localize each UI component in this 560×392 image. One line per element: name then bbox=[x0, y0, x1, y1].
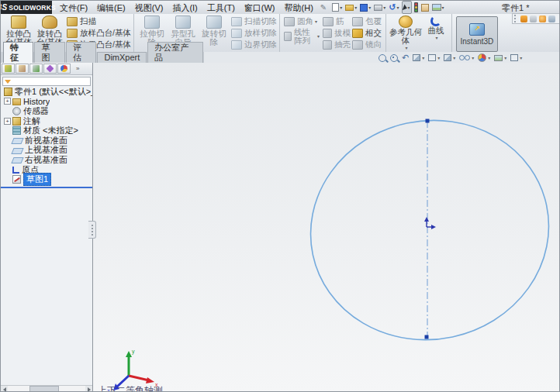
display-manager-icon bbox=[60, 65, 67, 72]
image-options-button[interactable]: ▾ bbox=[431, 2, 445, 13]
zoom-fit-icon bbox=[379, 54, 386, 62]
file-properties-button[interactable] bbox=[420, 2, 430, 13]
tree-filter-input[interactable] bbox=[11, 77, 88, 85]
curves-icon bbox=[430, 15, 441, 26]
hole-wizard-icon bbox=[175, 15, 191, 29]
curves-button[interactable]: 曲线 ▾ bbox=[423, 15, 449, 40]
apply-scene-button[interactable]: ▾ bbox=[494, 55, 506, 61]
instant3d-toggle[interactable]: ↗ Instant3D bbox=[456, 16, 498, 52]
decal-icon[interactable] bbox=[539, 15, 546, 22]
undo-button[interactable]: ↺▾ bbox=[388, 2, 399, 13]
edit-appearance-button[interactable]: ▾ bbox=[478, 53, 490, 62]
section-view-icon bbox=[413, 54, 420, 61]
tab-row: 特征 草图 评估 DimXpert 办公室产品 ↶ ▾ ▾ ▾ ▾ ▾ ▾ ▾ bbox=[1, 52, 560, 64]
shell-button[interactable]: 抽壳 bbox=[323, 39, 351, 50]
rib-icon bbox=[323, 17, 334, 26]
solidworks-logo-text: SOLIDWORKS bbox=[9, 4, 56, 12]
rebuild-icon bbox=[414, 2, 418, 12]
panel-overflow-chevron[interactable] bbox=[76, 65, 79, 72]
configurationmanager-tab[interactable] bbox=[29, 64, 43, 74]
fillet-button[interactable]: 圆角▾ bbox=[284, 15, 321, 27]
menu-insert[interactable]: 插入(I) bbox=[168, 2, 202, 14]
sketch-ellipse[interactable] bbox=[290, 98, 560, 362]
tree-root-part[interactable]: 零件1 (默认<<默认>_显示状态1>) bbox=[1, 87, 92, 97]
lofted-cut-icon bbox=[231, 29, 242, 38]
tab-office-products[interactable]: 办公室产品 bbox=[147, 42, 203, 63]
menu-tools[interactable]: 工具(T) bbox=[202, 2, 240, 14]
tab-sketch[interactable]: 草图 bbox=[34, 42, 64, 63]
swept-cut-icon bbox=[231, 17, 242, 26]
rebuild-button[interactable] bbox=[413, 2, 419, 13]
displaymanager-tab[interactable] bbox=[57, 64, 71, 74]
open-button[interactable]: ▾ bbox=[344, 2, 358, 13]
edit-appearance-icon bbox=[478, 53, 486, 62]
scene-icon[interactable] bbox=[530, 15, 537, 22]
linear-pattern-icon bbox=[284, 32, 292, 41]
zoom-area-button[interactable] bbox=[390, 54, 398, 62]
print-button[interactable]: ▾ bbox=[373, 2, 386, 13]
featuremanager-tree-tab[interactable] bbox=[2, 64, 15, 74]
tree-item-right-plane[interactable]: 右视基准面 bbox=[1, 155, 92, 165]
tab-dimxpert[interactable]: DimXpert bbox=[97, 52, 147, 63]
scroll-thumb[interactable] bbox=[29, 386, 59, 392]
lofted-boss-button[interactable]: 放样凸台/基体 bbox=[67, 27, 131, 39]
intersect-icon bbox=[352, 29, 363, 38]
sketch-origin-glyph[interactable] bbox=[424, 217, 436, 229]
panel-splitter-handle[interactable] bbox=[88, 221, 96, 239]
view-orientation-button[interactable]: ▾ bbox=[428, 54, 440, 61]
view-settings-button[interactable]: ▾ bbox=[510, 54, 522, 61]
toolbar-grip[interactable] bbox=[514, 15, 518, 22]
display-style-button[interactable]: ▾ bbox=[444, 54, 455, 61]
lofted-cut-button[interactable]: 放样切除 bbox=[231, 27, 277, 39]
command-manager-tabs: 特征 草图 评估 DimXpert 办公室产品 bbox=[1, 52, 204, 63]
wrap-button[interactable]: 包覆 bbox=[352, 15, 383, 27]
save-button[interactable]: ▾ bbox=[359, 2, 372, 13]
new-document-button[interactable]: ▾ bbox=[331, 2, 343, 13]
swept-boss-button[interactable]: 扫描 bbox=[67, 15, 131, 27]
apply-scene-icon bbox=[494, 55, 503, 61]
swept-cut-button[interactable]: 扫描切除 bbox=[231, 15, 277, 27]
appearance-icon[interactable] bbox=[520, 15, 527, 22]
menu-help[interactable]: 帮助(H) bbox=[280, 2, 318, 14]
scroll-left-arrow[interactable] bbox=[1, 386, 8, 392]
pencil-icon[interactable]: ✎ bbox=[320, 3, 327, 12]
sketch-endpoint-bottom[interactable] bbox=[425, 335, 429, 339]
scroll-track[interactable] bbox=[8, 386, 85, 392]
sketch-endpoint-top[interactable] bbox=[426, 119, 430, 123]
select-button[interactable]: ▾ bbox=[402, 1, 412, 14]
swept-boss-icon bbox=[67, 17, 78, 26]
expand-icon[interactable] bbox=[4, 98, 11, 105]
view-settings-icon bbox=[510, 54, 518, 61]
rib-button[interactable]: 筋 bbox=[323, 15, 351, 27]
sketch-icon bbox=[12, 175, 21, 184]
previous-view-button[interactable]: ↶ bbox=[402, 53, 409, 62]
expand-icon[interactable] bbox=[4, 118, 11, 125]
propertymanager-tab[interactable] bbox=[16, 64, 29, 74]
panel-horizontal-scrollbar[interactable] bbox=[1, 385, 92, 392]
draft-icon bbox=[323, 29, 332, 38]
revolved-cut-icon bbox=[206, 15, 222, 29]
hide-show-items-button[interactable]: ▾ bbox=[459, 55, 474, 60]
rollback-bar[interactable] bbox=[1, 187, 92, 188]
reference-geometry-button[interactable]: 参考几何体 ▾ bbox=[389, 15, 423, 50]
linear-pattern-button[interactable]: 线性阵列▾ bbox=[284, 27, 320, 46]
menu-file[interactable]: 文件(F) bbox=[55, 2, 92, 14]
scroll-right-arrow[interactable] bbox=[85, 386, 92, 392]
extruded-cut-icon bbox=[144, 15, 160, 29]
partial-icon[interactable] bbox=[548, 15, 555, 22]
intersect-button[interactable]: 相交 bbox=[352, 27, 383, 39]
draft-button[interactable]: 拔模 bbox=[323, 27, 351, 39]
graphics-viewport[interactable]: y x z 上下二等角轴测 bbox=[93, 63, 560, 392]
section-view-button[interactable]: ▾ bbox=[413, 54, 424, 61]
menu-window[interactable]: 窗口(W) bbox=[240, 2, 280, 14]
mirror-button[interactable]: 镜向 bbox=[352, 39, 383, 50]
boundary-cut-button[interactable]: 边界切除 bbox=[231, 39, 277, 50]
menu-edit[interactable]: 编辑(E) bbox=[92, 2, 130, 14]
dimxpertmanager-tab[interactable] bbox=[43, 64, 57, 74]
zoom-fit-button[interactable] bbox=[379, 54, 386, 62]
tab-evaluate[interactable]: 评估 bbox=[66, 42, 96, 63]
tree-item-sensors[interactable]: 传感器 bbox=[1, 106, 92, 116]
tab-features[interactable]: 特征 bbox=[3, 42, 33, 63]
menu-view[interactable]: 视图(V) bbox=[130, 2, 168, 14]
tree-item-sketch1[interactable]: 草图1 bbox=[1, 174, 92, 184]
